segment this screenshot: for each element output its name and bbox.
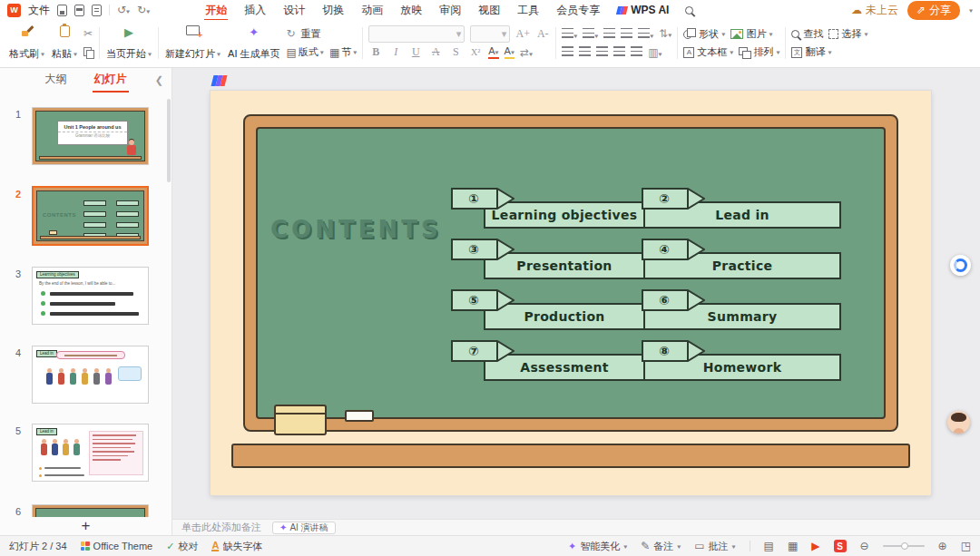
- wps-assistant-flag-icon[interactable]: [212, 75, 227, 88]
- slide-canvas[interactable]: CONTENTS Learning objectives Lead in ① ②…: [211, 91, 931, 495]
- arrange-button[interactable]: 排列▾: [739, 45, 779, 59]
- tab-tools[interactable]: 工具: [516, 0, 540, 21]
- proofread-button[interactable]: ✓ 校对: [166, 540, 198, 553]
- align-left-button[interactable]: [562, 46, 573, 58]
- align-center-button[interactable]: [579, 46, 591, 58]
- align-right-button[interactable]: [596, 46, 608, 58]
- zoom-out-icon[interactable]: ⊖: [860, 540, 869, 552]
- tab-design[interactable]: 设计: [282, 0, 306, 21]
- comments-button[interactable]: ▭ 批注▾: [694, 540, 735, 553]
- collapse-ribbon-icon[interactable]: ▾: [969, 6, 973, 14]
- indent-increase-button[interactable]: [621, 28, 632, 40]
- slide-sorter-icon[interactable]: ▦: [788, 540, 798, 552]
- italic-button[interactable]: I: [388, 45, 403, 59]
- tab-transition[interactable]: 切换: [321, 0, 345, 21]
- item-number-tag[interactable]: ①: [451, 188, 514, 210]
- copy-icon[interactable]: [83, 47, 93, 58]
- strikethrough-button[interactable]: A: [428, 45, 443, 59]
- ai-generate-page-button[interactable]: ✦ AI 生成单页: [224, 23, 283, 63]
- ai-script-button[interactable]: ✦ AI 演讲稿: [272, 522, 336, 534]
- find-button[interactable]: 查找: [791, 27, 823, 41]
- user-avatar[interactable]: [947, 411, 970, 434]
- translate-button[interactable]: 翻译▾: [791, 45, 831, 59]
- zoom-slider-handle[interactable]: [901, 542, 908, 550]
- tab-wps-ai[interactable]: WPS AI: [616, 1, 670, 19]
- item-number-tag[interactable]: ④: [642, 239, 705, 260]
- zoom-in-icon[interactable]: ⊕: [938, 540, 947, 552]
- slide-thumbnail-6[interactable]: [32, 504, 149, 517]
- wps-app-logo[interactable]: W: [7, 4, 21, 17]
- bold-button[interactable]: B: [368, 45, 383, 59]
- tab-outline[interactable]: 大纲: [44, 68, 69, 93]
- font-size-combo[interactable]: ▾: [470, 25, 510, 43]
- section-button[interactable]: ▦ 节▾: [329, 45, 357, 59]
- item-number-tag[interactable]: ⑤: [451, 289, 514, 311]
- numbering-button[interactable]: ▾: [583, 28, 598, 40]
- fit-slide-icon[interactable]: ◳: [961, 540, 971, 552]
- shapes-button[interactable]: 形状▾: [683, 27, 725, 41]
- item-number-tag[interactable]: ⑥: [642, 289, 705, 311]
- undo-button[interactable]: ↺▾: [117, 4, 130, 16]
- chalk-box[interactable]: [274, 405, 327, 435]
- cloud-status[interactable]: ☁ 未上云: [851, 3, 898, 18]
- character-spacing-icon[interactable]: ⇄▾: [520, 46, 533, 59]
- slide-thumbnail-2-selected[interactable]: CONTENTS: [32, 186, 149, 246]
- highlight-color-button[interactable]: A▾: [505, 46, 514, 59]
- item-number-tag[interactable]: ②: [642, 188, 705, 210]
- print-icon[interactable]: [74, 5, 84, 16]
- item-number-tag[interactable]: ⑧: [642, 340, 705, 362]
- share-button[interactable]: ⇗ 分享: [907, 1, 960, 20]
- wps-skin-icon[interactable]: S: [834, 540, 847, 552]
- textbox-button[interactable]: 文本框▾: [683, 45, 733, 59]
- slide-thumbnail-5[interactable]: Lead in: [32, 424, 149, 482]
- font-family-combo[interactable]: ▾: [368, 25, 465, 43]
- slide-thumbnail-1[interactable]: Unit 1 People around us Grammar 语法比较: [32, 107, 149, 165]
- cut-icon[interactable]: ✂: [83, 27, 93, 40]
- export-icon[interactable]: [92, 5, 102, 16]
- chalkboard-tray[interactable]: [231, 444, 910, 468]
- collapse-panel-icon[interactable]: ❮: [155, 74, 163, 86]
- columns-button[interactable]: ▥▾: [648, 46, 662, 59]
- zoom-slider[interactable]: [883, 545, 925, 547]
- save-icon[interactable]: [57, 5, 67, 16]
- add-slide-button[interactable]: +: [0, 519, 172, 533]
- slide-thumbnail-4[interactable]: Lead in: [32, 346, 149, 404]
- format-painter-button[interactable]: 格式刷▾: [5, 23, 48, 63]
- item-number-tag[interactable]: ⑦: [451, 340, 514, 362]
- play-slideshow-icon[interactable]: ▶: [811, 540, 819, 552]
- tab-animation[interactable]: 动画: [360, 0, 384, 21]
- play-from-current-button[interactable]: ▶ 当页开始▾: [103, 23, 155, 63]
- justify-button[interactable]: [613, 46, 625, 58]
- layout-button[interactable]: ▤ 版式▾: [287, 45, 324, 59]
- decrease-font-icon[interactable]: A-: [535, 27, 550, 41]
- editor-canvas[interactable]: CONTENTS Learning objectives Lead in ① ②…: [172, 68, 980, 519]
- assistant-float-button[interactable]: [950, 255, 971, 276]
- superscript-button[interactable]: X²: [468, 47, 483, 57]
- tab-membership[interactable]: 会员专享: [555, 0, 601, 21]
- tab-review[interactable]: 审阅: [438, 0, 462, 21]
- indent-decrease-button[interactable]: [603, 28, 615, 40]
- item-number-tag[interactable]: ③: [451, 239, 514, 260]
- file-menu[interactable]: 文件: [28, 3, 50, 18]
- reset-button[interactable]: ↻ 重置: [287, 24, 358, 44]
- smart-beautify-button[interactable]: ✦ 智能美化▾: [568, 540, 627, 553]
- line-spacing-button[interactable]: ▾: [638, 28, 653, 40]
- increase-font-icon[interactable]: A+: [515, 27, 530, 41]
- notes-toggle-button[interactable]: ✎ 备注▾: [641, 540, 681, 553]
- underline-button[interactable]: U: [408, 45, 423, 59]
- notes-placeholder[interactable]: 单击此处添加备注: [181, 521, 261, 534]
- font-color-button[interactable]: A▾: [488, 46, 498, 59]
- search-icon[interactable]: [685, 6, 693, 15]
- tab-home[interactable]: 开始: [204, 0, 228, 21]
- text-shadow-button[interactable]: S: [448, 45, 463, 59]
- new-slide-button[interactable]: 新建幻灯片▾: [162, 23, 224, 63]
- text-direction-button[interactable]: ⇅▾: [659, 27, 671, 40]
- thumbnail-scrollbar[interactable]: [167, 99, 171, 182]
- paste-button[interactable]: 粘贴▾: [48, 23, 81, 63]
- slide-thumbnail-3[interactable]: Learning objectives By the end of the le…: [32, 267, 149, 325]
- missing-fonts-button[interactable]: A 缺失字体: [211, 540, 262, 553]
- theme-button[interactable]: Office Theme: [81, 541, 153, 551]
- distribute-button[interactable]: [631, 46, 642, 58]
- bullets-button[interactable]: ▾: [562, 28, 577, 40]
- eraser[interactable]: [345, 410, 374, 422]
